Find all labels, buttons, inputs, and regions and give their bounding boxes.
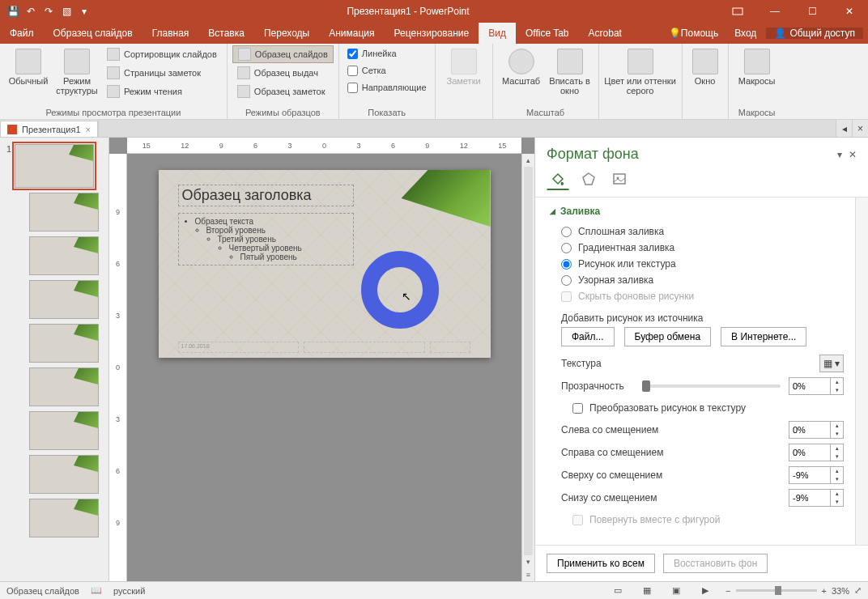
layout-thumbnail[interactable] xyxy=(29,236,99,275)
layout-thumbnail[interactable] xyxy=(29,280,99,319)
status-master-view[interactable]: Образец слайдов xyxy=(6,586,79,596)
layout-thumbnail[interactable] xyxy=(29,193,99,232)
share-button[interactable]: 👤Общий доступ xyxy=(766,28,863,39)
zoom-out-icon[interactable]: − xyxy=(725,586,730,596)
tile-checkbox[interactable]: Преобразовать рисунок в текстуру xyxy=(561,400,844,416)
horizontal-ruler[interactable]: 151296303691215 xyxy=(127,138,521,154)
layout-thumbnail[interactable] xyxy=(29,411,99,450)
texture-picker[interactable]: ▦ ▾ xyxy=(819,355,844,372)
maximize-icon[interactable]: ☐ xyxy=(794,0,831,23)
clipboard-button[interactable]: Буфер обмена xyxy=(624,327,712,346)
layout-thumbnail[interactable] xyxy=(29,499,99,537)
offset-left-spinner[interactable]: ▴▾ xyxy=(789,421,844,439)
offset-right-spinner[interactable]: ▴▾ xyxy=(789,444,844,461)
window-button[interactable]: Окно xyxy=(687,45,723,116)
handout-master-button[interactable]: Образец выдач xyxy=(232,64,334,82)
tab-home[interactable]: Главная xyxy=(143,23,199,44)
layout-thumbnail[interactable] xyxy=(29,324,99,363)
tab-review[interactable]: Рецензирование xyxy=(385,23,479,44)
grid-checkbox[interactable]: Сетка xyxy=(344,62,430,79)
file-button[interactable]: Файл... xyxy=(561,327,615,346)
slide-number-placeholder[interactable] xyxy=(430,342,471,353)
fit-to-window-icon[interactable]: ⤢ xyxy=(854,585,862,596)
tab-slide-master[interactable]: Образец слайдов xyxy=(44,23,143,44)
picture-tab-icon[interactable] xyxy=(608,168,631,190)
qat-more-icon[interactable]: ▾ xyxy=(78,5,91,18)
ribbon-options-icon[interactable] xyxy=(719,0,756,23)
slide[interactable]: Образец заголовка Образец текста Второй … xyxy=(159,170,491,358)
editor-scrollbar[interactable]: ▴ ▾ ≡ xyxy=(521,154,534,581)
transparency-spinner[interactable]: ▴▾ xyxy=(789,377,844,395)
spellcheck-icon[interactable]: 📖 xyxy=(91,585,102,596)
scroll-page-icon[interactable]: ≡ xyxy=(522,568,534,581)
tab-animations[interactable]: Анимация xyxy=(319,23,384,44)
pattern-fill-radio[interactable]: Узорная заливка xyxy=(550,272,844,288)
fill-section-header[interactable]: Заливка xyxy=(550,206,844,217)
date-placeholder[interactable]: 17.06.2018 xyxy=(178,342,300,353)
fill-tab-icon[interactable] xyxy=(547,168,569,190)
fit-window-button[interactable]: Вписать в окно xyxy=(547,45,594,106)
minimize-icon[interactable]: — xyxy=(756,0,794,23)
master-thumbnail[interactable] xyxy=(15,144,94,188)
notes-master-button[interactable]: Образец заметок xyxy=(232,83,334,100)
apply-all-button[interactable]: Применить ко всем xyxy=(547,554,655,573)
zoom-level[interactable]: 33% xyxy=(832,586,849,596)
normal-view-icon[interactable]: ▭ xyxy=(609,584,627,598)
online-button[interactable]: В Интернете... xyxy=(721,327,806,346)
offset-bottom-spinner[interactable]: ▴▾ xyxy=(789,489,844,507)
notes-page-button[interactable]: Страницы заметок xyxy=(102,64,222,82)
document-tab[interactable]: Презентация1 × xyxy=(0,121,98,137)
title-placeholder[interactable]: Образец заголовка xyxy=(178,185,354,206)
doctabs-left-icon[interactable]: ◂ xyxy=(836,120,852,137)
reading-view-button[interactable]: Режим чтения xyxy=(102,83,222,100)
pane-close-icon[interactable]: ✕ xyxy=(849,149,857,160)
slide-master-button[interactable]: Образец слайдов xyxy=(232,45,334,63)
zoom-in-icon[interactable]: + xyxy=(822,586,827,596)
scroll-down-icon[interactable]: ▾ xyxy=(522,555,534,568)
pane-scrollbar[interactable] xyxy=(855,198,868,545)
footer-placeholder[interactable] xyxy=(304,342,425,353)
tab-acrobat[interactable]: Acrobat xyxy=(579,23,632,44)
status-language[interactable]: русский xyxy=(113,586,145,596)
signin-button[interactable]: Вход xyxy=(728,28,763,39)
solid-fill-radio[interactable]: Сплошная заливка xyxy=(550,223,844,240)
layout-thumbnail[interactable] xyxy=(29,367,99,406)
color-grayscale-button[interactable]: Цвет или оттенки серого xyxy=(604,45,677,116)
gradient-fill-radio[interactable]: Градиентная заливка xyxy=(550,240,844,256)
undo-icon[interactable]: ↶ xyxy=(24,5,37,18)
slide-sorter-button[interactable]: Сортировщик слайдов xyxy=(102,45,222,63)
guides-checkbox[interactable]: Направляющие xyxy=(344,79,430,96)
slide-canvas[interactable]: Образец заголовка Образец текста Второй … xyxy=(127,154,521,581)
outline-view-button[interactable]: Режим структуры xyxy=(53,45,100,106)
tab-insert[interactable]: Вставка xyxy=(198,23,254,44)
normal-view-button[interactable]: Обычный xyxy=(5,45,52,106)
scroll-up-icon[interactable]: ▴ xyxy=(522,154,534,167)
vertical-ruler[interactable]: 9630369 xyxy=(109,154,127,581)
sorter-view-icon[interactable]: ▦ xyxy=(638,584,656,598)
picture-fill-radio[interactable]: Рисунок или текстура xyxy=(550,256,844,272)
help-button[interactable]: 💡 Помощь xyxy=(662,28,725,39)
layout-thumbnail[interactable] xyxy=(29,455,99,494)
start-slideshow-icon[interactable]: ▧ xyxy=(60,5,73,18)
redo-icon[interactable]: ↷ xyxy=(42,5,55,18)
tab-file[interactable]: Файл xyxy=(0,23,44,44)
slideshow-view-icon[interactable]: ▶ xyxy=(696,584,714,598)
zoom-slider[interactable] xyxy=(736,589,817,592)
pane-options-icon[interactable]: ▾ xyxy=(837,149,842,160)
zoom-button[interactable]: Масштаб xyxy=(498,45,545,106)
reading-view-icon[interactable]: ▣ xyxy=(667,584,685,598)
ruler-checkbox[interactable]: Линейка xyxy=(344,45,430,62)
document-tab-close-icon[interactable]: × xyxy=(86,125,91,134)
effects-tab-icon[interactable] xyxy=(577,168,600,190)
body-placeholder[interactable]: Образец текста Второй уровень Третий уро… xyxy=(178,213,354,266)
window-buttons: — ☐ ✕ xyxy=(719,0,868,23)
doctabs-close-icon[interactable]: × xyxy=(852,120,868,137)
transparency-slider[interactable] xyxy=(642,384,781,388)
close-icon[interactable]: ✕ xyxy=(831,0,868,23)
save-icon[interactable]: 💾 xyxy=(6,5,19,18)
offset-top-spinner[interactable]: ▴▾ xyxy=(789,466,844,484)
tab-officetab[interactable]: Office Tab xyxy=(516,23,579,44)
tab-view[interactable]: Вид xyxy=(479,23,516,44)
macros-button[interactable]: Макросы xyxy=(734,45,781,106)
tab-transitions[interactable]: Переходы xyxy=(254,23,319,44)
